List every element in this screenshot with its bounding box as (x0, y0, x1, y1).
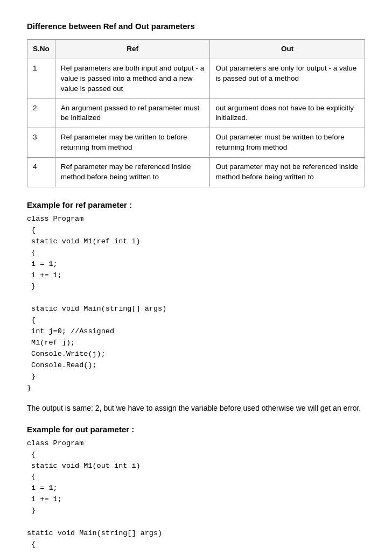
table-row: 2An argument passed to ref parameter mus… (27, 99, 365, 128)
cell-sno: 4 (27, 158, 55, 187)
table-row: 3Ref parameter may be written to before … (27, 128, 365, 158)
out-code-block: class Program { static void M1(out int i… (27, 438, 365, 551)
cell-sno: 2 (27, 99, 55, 128)
page-title: Difference between Ref and Out parameter… (27, 22, 365, 31)
header-out: Out (210, 40, 365, 59)
cell-sno: 1 (27, 59, 55, 99)
comparison-table: S.No Ref Out 1Ref parameters are both in… (27, 39, 365, 187)
cell-out: out argument does not have to be explici… (210, 99, 365, 128)
cell-ref: Ref parameter may be written to before r… (55, 128, 210, 158)
ref-code-block: class Program { static void M1(ref int i… (27, 214, 365, 394)
table-row: 1Ref parameters are both input and outpu… (27, 59, 365, 99)
cell-out: Out parameter must be written to before … (210, 128, 365, 158)
cell-out: Out parameters are only for output - a v… (210, 59, 365, 99)
table-row: 4Ref parameter may be referenced inside … (27, 158, 365, 187)
cell-ref: Ref parameter may be referenced inside m… (55, 158, 210, 187)
ref-example-heading: Example for ref parameter : (27, 200, 365, 209)
cell-sno: 3 (27, 128, 55, 158)
cell-ref: An argument passed to ref parameter must… (55, 99, 210, 128)
cell-out: Out parameter may not be referenced insi… (210, 158, 365, 187)
header-ref: Ref (55, 40, 210, 59)
header-sno: S.No (27, 40, 55, 59)
output-note: The output is same: 2, but we have to as… (27, 403, 365, 414)
out-example-heading: Example for out parameter : (27, 425, 365, 434)
cell-ref: Ref parameters are both input and output… (55, 59, 210, 99)
